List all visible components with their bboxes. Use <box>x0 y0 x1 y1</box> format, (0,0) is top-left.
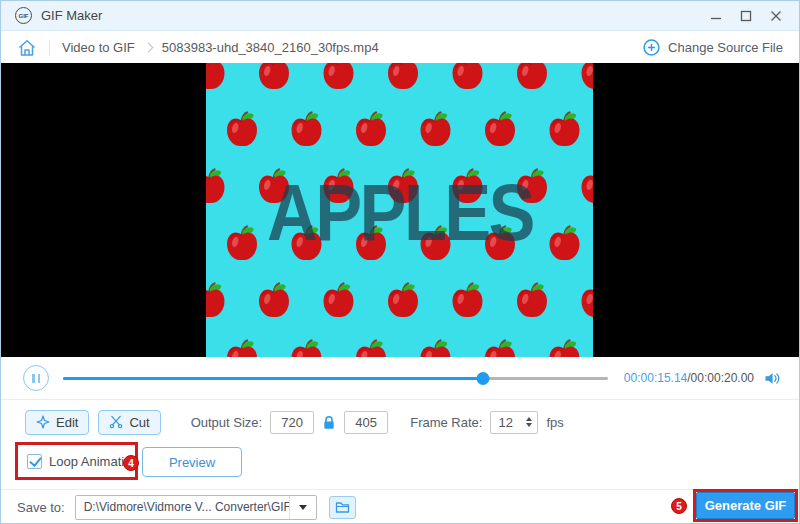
generate-gif-button[interactable]: Generate GIF <box>696 492 795 519</box>
breadcrumb-root[interactable]: Video to GIF <box>62 40 135 55</box>
edit-button[interactable]: Edit <box>25 410 89 435</box>
breadcrumb-filename: 5083983-uhd_3840_2160_30fps.mp4 <box>162 40 379 55</box>
breadcrumb: Video to GIF 5083983-uhd_3840_2160_30fps… <box>1 32 799 63</box>
plus-circle-icon <box>643 39 660 56</box>
save-path-value: D:\Vidmore\Vidmore V... Converter\GIF Ma… <box>76 500 289 514</box>
maximize-button[interactable] <box>731 4 761 28</box>
output-width-input[interactable]: 720 <box>270 411 314 434</box>
output-size-label: Output Size: <box>191 415 263 430</box>
close-button[interactable] <box>761 4 791 28</box>
minimize-button[interactable] <box>701 4 731 28</box>
playback-bar: 00:00:15.14/00:00:20.00 <box>1 357 799 399</box>
pause-button[interactable] <box>23 365 49 391</box>
chevron-right-icon <box>143 43 153 53</box>
cut-button[interactable]: Cut <box>98 410 160 435</box>
generate-gif-highlight-box: Generate GIF <box>693 489 798 522</box>
preview-button[interactable]: Preview <box>142 447 242 477</box>
edit-star-icon <box>36 415 50 429</box>
home-icon[interactable] <box>17 38 37 58</box>
save-to-label: Save to: <box>17 500 65 515</box>
video-frame: APPLES <box>206 63 593 357</box>
volume-icon[interactable] <box>764 371 781 386</box>
step-badge-5: 5 <box>671 498 687 514</box>
frame-rate-label: Frame Rate: <box>410 415 482 430</box>
gif-maker-window: GIF GIF Maker Video to GIF 5083983-uhd <box>0 0 800 524</box>
breadcrumb-divider <box>49 40 50 56</box>
save-path-dropdown[interactable]: D:\Vidmore\Vidmore V... Converter\GIF Ma… <box>75 495 317 520</box>
preview-area: APPLES <box>1 63 799 357</box>
current-time: 00:00:15.14 <box>624 371 687 385</box>
stepper-down-icon[interactable] <box>526 423 532 427</box>
fps-label: fps <box>546 415 563 430</box>
video-overlay-text: APPLES <box>267 167 533 259</box>
aspect-lock-icon[interactable] <box>322 415 336 430</box>
output-height-input[interactable]: 405 <box>344 411 388 434</box>
frame-rate-stepper[interactable] <box>526 417 532 428</box>
dropdown-arrow-icon <box>299 505 307 510</box>
step-badge-4: 4 <box>123 455 139 471</box>
save-path-dropdown-toggle[interactable] <box>289 496 316 519</box>
time-display: 00:00:15.14/00:00:20.00 <box>624 371 754 385</box>
window-controls <box>701 4 791 28</box>
total-duration: /00:00:20.00 <box>687 371 754 385</box>
frame-rate-value: 12 <box>498 415 512 430</box>
folder-icon <box>335 501 350 514</box>
change-source-file-label: Change Source File <box>668 40 783 55</box>
toolbar-row: Edit Cut Output Size: 720 405 <box>25 409 564 435</box>
titlebar: GIF GIF Maker <box>1 1 799 31</box>
app-logo-icon: GIF <box>15 7 32 24</box>
controls-panel: Edit Cut Output Size: 720 405 <box>1 399 799 489</box>
scissors-icon <box>109 415 123 429</box>
open-folder-button[interactable] <box>329 496 356 519</box>
change-source-file-button[interactable]: Change Source File <box>643 39 783 56</box>
edit-label: Edit <box>56 415 78 430</box>
frame-rate-input[interactable]: 12 <box>490 411 538 434</box>
window-title: GIF Maker <box>41 8 102 23</box>
loop-checkbox[interactable] <box>27 454 42 469</box>
slider-thumb[interactable] <box>476 372 489 385</box>
cut-label: Cut <box>129 415 149 430</box>
loop-animation-highlight-box: Loop Animation <box>15 442 138 480</box>
progress-slider[interactable] <box>63 371 608 385</box>
slider-fill <box>63 377 483 380</box>
stepper-up-icon[interactable] <box>526 417 532 421</box>
